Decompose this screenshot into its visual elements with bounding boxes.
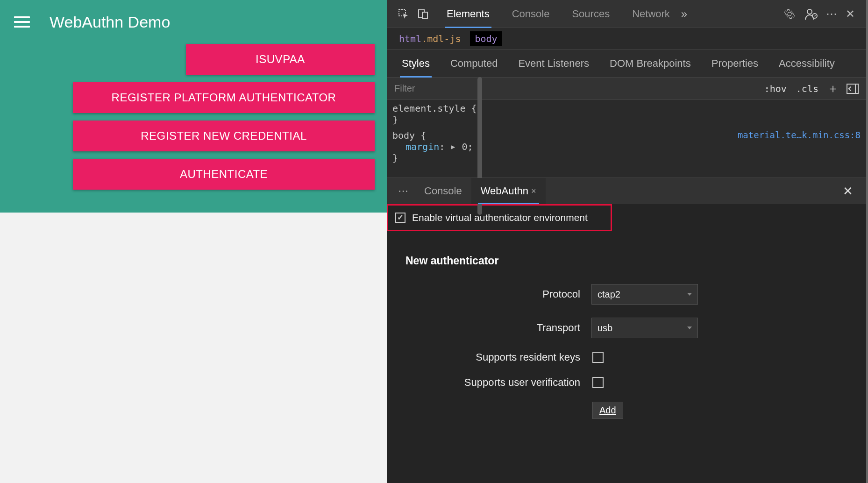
breadcrumb-selected[interactable]: body: [470, 31, 502, 46]
caret-down-icon: [687, 293, 692, 296]
close-tab-icon[interactable]: ×: [531, 186, 536, 196]
app-header: WebAuthn Demo ISUVPAA REGISTER PLATFORM …: [0, 0, 387, 213]
cls-toggle[interactable]: .cls: [791, 83, 823, 94]
close-brace-2: }: [392, 152, 398, 163]
devtools-main-tabs: Elements Console Sources Network » ? ⋯ ✕: [387, 0, 866, 28]
transport-select[interactable]: usb: [591, 318, 698, 338]
styles-filter-input[interactable]: [394, 83, 760, 94]
drawer-tab-webauthn-label: WebAuthn: [481, 185, 528, 197]
breadcrumb-root[interactable]: html.mdl-js: [394, 31, 465, 46]
subtab-computed[interactable]: Computed: [440, 50, 508, 78]
protocol-label: Protocol: [406, 288, 591, 300]
svg-text:?: ?: [814, 14, 816, 18]
enable-virtual-auth-row[interactable]: Enable virtual authenticator environment: [387, 204, 612, 231]
protocol-value: ctap2: [598, 289, 620, 300]
styles-filter-bar: :hov .cls ＋: [387, 78, 866, 100]
svg-point-3: [807, 9, 812, 14]
sidebar-toggle-icon[interactable]: [847, 84, 859, 94]
tab-elements[interactable]: Elements: [435, 0, 501, 28]
app-title: WebAuthn Demo: [50, 13, 170, 31]
more-tabs-icon[interactable]: »: [681, 7, 687, 21]
styles-pane[interactable]: element.style { } material.te…k.min.css:…: [387, 100, 866, 178]
close-devtools-icon[interactable]: ✕: [846, 7, 855, 21]
stylesheet-link[interactable]: material.te…k.min.css:8: [738, 130, 861, 140]
kebab-menu-icon[interactable]: ⋯: [826, 7, 837, 21]
add-authenticator-button[interactable]: Add: [592, 402, 623, 419]
subtab-event-listeners[interactable]: Event Listeners: [508, 50, 599, 78]
app-titlebar: WebAuthn Demo: [0, 0, 387, 44]
authenticate-button[interactable]: AUTHENTICATE: [73, 159, 375, 190]
caret-down-icon: [687, 327, 692, 329]
isuvpaa-button[interactable]: ISUVPAA: [186, 44, 375, 75]
enable-virtual-auth-label: Enable virtual authenticator environment: [412, 212, 588, 223]
protocol-select[interactable]: ctap2: [591, 284, 698, 305]
drawer-tabs: ⋯ Console WebAuthn × ✕: [387, 178, 866, 204]
app-window: WebAuthn Demo ISUVPAA REGISTER PLATFORM …: [0, 0, 387, 483]
hov-toggle[interactable]: :hov: [760, 83, 791, 94]
transport-label: Transport: [406, 322, 591, 334]
breadcrumb: html.mdl-js body: [387, 28, 866, 50]
register-platform-button[interactable]: REGISTER PLATFORM AUTHENTICATOR: [73, 82, 375, 113]
add-rule-icon[interactable]: ＋: [823, 80, 843, 97]
element-style-selector: element.style {: [392, 103, 477, 114]
app-button-column: ISUVPAA REGISTER PLATFORM AUTHENTICATOR …: [0, 44, 387, 190]
subtab-dom-breakpoints[interactable]: DOM Breakpoints: [599, 50, 701, 78]
close-brace: }: [392, 114, 398, 125]
subtab-accessibility[interactable]: Accessibility: [768, 50, 845, 78]
resident-keys-label: Supports resident keys: [406, 351, 591, 363]
subtab-styles[interactable]: Styles: [391, 50, 440, 78]
css-property[interactable]: margin: ▶ 0;: [392, 141, 861, 152]
user-verification-label: Supports user verification: [406, 376, 591, 389]
register-new-credential-button[interactable]: REGISTER NEW CREDENTIAL: [73, 121, 375, 151]
new-authenticator-section: New authenticator Protocol ctap2 Transpo…: [387, 231, 866, 442]
close-drawer-icon[interactable]: ✕: [843, 184, 861, 199]
body-selector: body {: [392, 130, 426, 141]
drawer-tab-console[interactable]: Console: [415, 178, 471, 204]
inspect-element-icon[interactable]: [397, 7, 410, 21]
drawer-kebab-icon[interactable]: ⋯: [391, 185, 415, 197]
transport-value: usb: [598, 323, 612, 334]
device-toggle-icon[interactable]: [417, 7, 430, 21]
settings-gear-icon[interactable]: [783, 7, 796, 21]
user-verification-checkbox[interactable]: [592, 377, 604, 388]
devtools-panel: Elements Console Sources Network » ? ⋯ ✕…: [387, 0, 868, 483]
subtab-properties[interactable]: Properties: [701, 50, 768, 78]
webauthn-panel: Enable virtual authenticator environment…: [387, 204, 866, 483]
tab-network[interactable]: Network: [621, 0, 681, 28]
enable-virtual-auth-checkbox[interactable]: [395, 213, 406, 223]
avatar-help-icon[interactable]: ?: [804, 7, 818, 21]
svg-rect-2: [422, 12, 427, 19]
drawer-tab-webauthn[interactable]: WebAuthn ×: [471, 178, 546, 204]
hamburger-menu-icon[interactable]: [14, 16, 30, 28]
tab-console[interactable]: Console: [501, 0, 561, 28]
styles-subtabs: Styles Computed Event Listeners DOM Brea…: [387, 50, 866, 78]
resident-keys-checkbox[interactable]: [592, 352, 604, 363]
new-authenticator-heading: New authenticator: [406, 255, 847, 267]
devtools-drawer: ⋯ Console WebAuthn × ✕ Enable virtual au…: [387, 178, 866, 483]
tab-sources[interactable]: Sources: [561, 0, 621, 28]
